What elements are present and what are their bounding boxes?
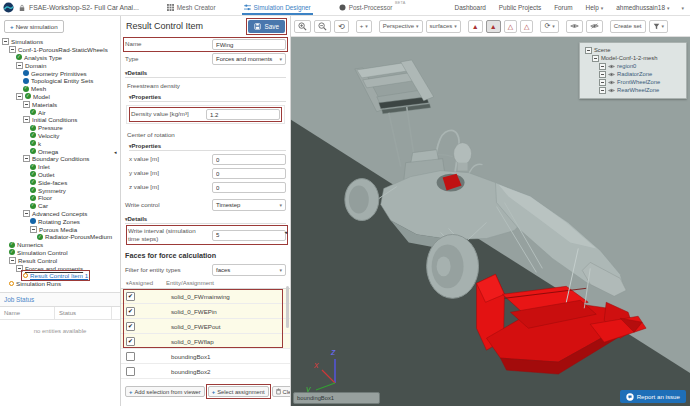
tree-item[interactable]: Initial Conditions xyxy=(0,116,120,124)
tree-item[interactable]: Radiator-PorousMedium xyxy=(0,233,120,241)
row-checkbox[interactable] xyxy=(126,352,135,361)
tree-item[interactable]: Velocity xyxy=(0,132,120,140)
panel-scrollbar[interactable] xyxy=(286,286,289,328)
tree-expander-icon[interactable] xyxy=(23,210,30,217)
tree-item[interactable]: Result Control Item 1 xyxy=(0,272,120,280)
tree-item[interactable]: Mesh xyxy=(0,85,120,93)
save-button[interactable]: Save xyxy=(248,20,285,33)
assignment-row[interactable]: solid_0_FWEPout xyxy=(121,319,290,334)
view-orientation-3-button[interactable]: △ xyxy=(504,20,517,33)
tree-expander-icon[interactable] xyxy=(9,46,16,53)
entity-type-select[interactable]: faces▾ xyxy=(212,264,286,276)
add-selection-button[interactable]: + Add selection from viewer xyxy=(125,386,205,397)
tree-item[interactable]: Numerics xyxy=(0,241,120,249)
tree-expander-icon[interactable] xyxy=(30,226,37,233)
tree-expander-icon[interactable] xyxy=(599,79,606,86)
row-checkbox[interactable] xyxy=(126,367,135,376)
details-section-header-2[interactable]: Details xyxy=(125,216,286,224)
type-select[interactable]: Forces and moments▾ xyxy=(212,53,286,65)
assignment-row[interactable]: solid_0_FWEPin xyxy=(121,304,290,319)
tree-expander-icon[interactable] xyxy=(599,87,606,94)
tree-expander-icon[interactable] xyxy=(585,47,592,54)
scene-tree-item[interactable]: RearWheelZone xyxy=(583,86,683,94)
sidebar-collapse-icon[interactable]: ◂ xyxy=(114,150,117,155)
view-orientation-1-button[interactable]: ▲ xyxy=(468,20,483,33)
scene-tree-item[interactable]: region0 xyxy=(583,62,683,70)
tree-expander-icon[interactable] xyxy=(599,71,606,78)
name-input[interactable] xyxy=(212,39,286,50)
panel-collapse-icon[interactable]: ◂ xyxy=(285,230,288,235)
select-assignment-button[interactable]: + Select assignment xyxy=(208,386,269,397)
tree-item[interactable]: Advanced Concepts xyxy=(0,210,120,218)
zoom-in-button[interactable] xyxy=(294,20,311,33)
tab-simulation-designer[interactable]: Simulation Designer xyxy=(242,0,313,15)
tree-item[interactable]: Analysis Type xyxy=(0,54,120,62)
new-simulation-button[interactable]: + New simulation xyxy=(4,20,64,33)
tree-expander-icon[interactable] xyxy=(23,116,30,123)
tree-item[interactable]: Air xyxy=(0,108,120,116)
tree-expander-icon[interactable] xyxy=(16,93,23,100)
tree-item[interactable]: Boundary Conditions xyxy=(0,155,120,163)
write-control-select[interactable]: Timestep▾ xyxy=(212,199,286,211)
row-checkbox[interactable] xyxy=(126,322,135,331)
row-checkbox[interactable] xyxy=(126,307,135,316)
z-input[interactable] xyxy=(212,182,286,193)
render-mode-select[interactable]: surfaces▾ xyxy=(426,20,461,33)
tab-mesh-creator[interactable]: Mesh Creator xyxy=(165,0,218,15)
projection-select[interactable]: Perspective▾ xyxy=(379,20,423,33)
tree-item[interactable]: Porous Media xyxy=(0,225,120,233)
nav-item[interactable]: Public Projects xyxy=(499,4,541,11)
tree-item[interactable]: Forces and moments xyxy=(0,264,120,272)
zoom-out-button[interactable] xyxy=(314,20,331,33)
tree-item[interactable]: Simulation Control xyxy=(0,249,120,257)
tree-item[interactable]: Topological Entity Sets xyxy=(0,77,120,85)
tree-item[interactable]: Geometry Primitives xyxy=(0,69,120,77)
properties-section-header-2[interactable]: Properties xyxy=(129,143,286,151)
scene-tree-item[interactable]: Model-Conf-1-2-mesh xyxy=(583,54,683,62)
properties-section-header[interactable]: Properties xyxy=(129,94,286,102)
nav-item[interactable]: Help ▾ xyxy=(586,4,604,11)
eye-icon[interactable] xyxy=(608,72,615,77)
report-issue-button[interactable]: Report an issue xyxy=(620,390,686,403)
row-checkbox[interactable] xyxy=(126,337,135,346)
tree-item[interactable]: Domain xyxy=(0,61,120,69)
tree-item[interactable]: Materials xyxy=(0,100,120,108)
tree-expander-icon[interactable] xyxy=(16,265,23,272)
tree-expander-icon[interactable] xyxy=(16,62,23,69)
tree-item[interactable]: Simulations xyxy=(0,38,120,46)
nav-item[interactable]: Dashboard xyxy=(455,4,486,11)
scene-tree-item[interactable]: RadiatorZone xyxy=(583,70,683,78)
clear-button[interactable]: Clear xyxy=(272,386,290,397)
eye-icon[interactable] xyxy=(608,88,615,93)
job-status-title[interactable]: Job Status xyxy=(0,293,120,307)
tree-item[interactable]: Symmetry xyxy=(0,186,120,194)
tree-item[interactable]: Side-faces xyxy=(0,178,120,186)
write-interval-input[interactable] xyxy=(212,230,286,241)
eye-icon[interactable] xyxy=(608,64,615,69)
tree-expander-icon[interactable] xyxy=(23,101,30,108)
job-col-name[interactable]: Name xyxy=(0,307,55,319)
create-set-button[interactable]: Create set xyxy=(610,20,646,33)
assignment-row[interactable]: solid_0_FWmainwing xyxy=(121,289,290,304)
tree-item[interactable]: Inlet xyxy=(0,163,120,171)
job-col-status[interactable]: Status xyxy=(55,307,112,319)
tree-expander-icon[interactable] xyxy=(592,55,599,62)
tree-item[interactable]: k xyxy=(0,139,120,147)
project-title[interactable]: FSAE-Workshop-S2- Full Car Anal... xyxy=(29,4,139,11)
simscale-logo-icon[interactable] xyxy=(3,2,14,13)
tree-item[interactable]: Simulation Runs xyxy=(0,280,120,288)
scene-tree-item[interactable]: FrontWheelZone xyxy=(583,78,683,86)
add-geometry-primitive-button[interactable]: +▾ xyxy=(356,20,372,33)
tree-expander-icon[interactable] xyxy=(9,257,16,264)
assignment-row[interactable]: boundingBox2 xyxy=(121,364,290,379)
tree-item[interactable]: Outlet xyxy=(0,171,120,179)
eye-icon[interactable] xyxy=(608,80,615,85)
tree-item[interactable]: Car xyxy=(0,202,120,210)
col-assigned[interactable]: Assigned xyxy=(126,280,166,286)
tree-expander-icon[interactable] xyxy=(599,63,606,70)
density-input[interactable] xyxy=(206,109,280,120)
y-input[interactable] xyxy=(212,168,286,179)
tree-item[interactable]: Pressure xyxy=(0,124,120,132)
nav-item[interactable]: ahmedhussain18 ▾ xyxy=(616,4,669,11)
tree-expander-icon[interactable] xyxy=(23,155,30,162)
